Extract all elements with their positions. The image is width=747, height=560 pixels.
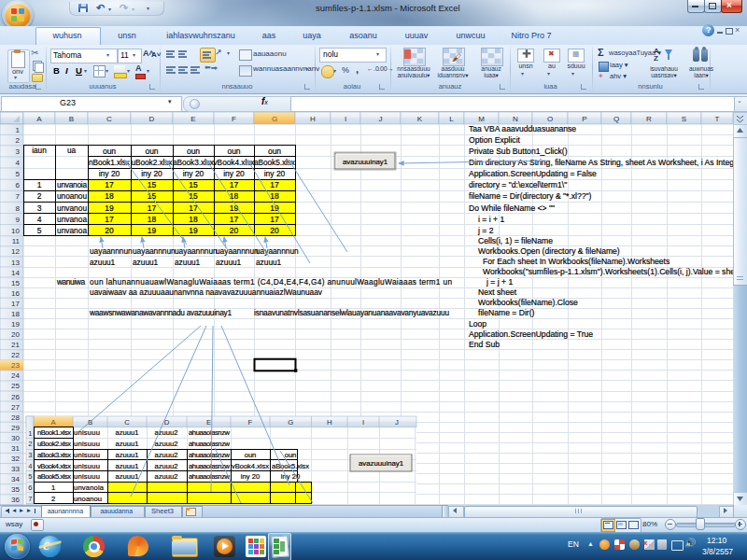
svg-text:I: I [345, 115, 346, 123]
svg-text:15: 15 [189, 180, 198, 189]
svg-text:2: 2 [37, 191, 42, 201]
svg-text:fileName = Dir(directory & "*.: fileName = Dir(directory & "*.xl??") [469, 191, 592, 201]
svg-text:unvanoia: unvanoia [74, 483, 105, 492]
svg-text:6: 6 [28, 483, 32, 492]
svg-text:azuuu2: azuuu2 [155, 451, 178, 459]
svg-text:oun: oun [103, 147, 116, 156]
svg-text:Application.ScreenUpdating = F: Application.ScreenUpdating = False [469, 169, 597, 178]
svg-text:Cells(i, 1) = fileName: Cells(i, 1) = fileName [478, 236, 553, 245]
svg-text:oun: oun [245, 451, 257, 459]
svg-text:avazuuuinay1: avazuuuinay1 [343, 158, 388, 166]
svg-text:unoanou: unoanou [57, 191, 87, 201]
svg-text:H: H [327, 418, 332, 427]
svg-text:5: 5 [37, 226, 42, 235]
svg-text:5: 5 [28, 472, 32, 481]
svg-text:For Each sheet In Workbooks(fi: For Each sheet In Workbooks(fileName).Wo… [483, 257, 669, 266]
svg-text:2: 2 [16, 136, 21, 145]
svg-text:21: 21 [11, 341, 20, 349]
svg-text:18: 18 [148, 215, 157, 224]
svg-text:ahuaaoiasnzw: ahuaaoiasnzw [189, 472, 231, 481]
svg-text:O: O [547, 115, 553, 123]
svg-text:Q: Q [613, 115, 619, 123]
svg-text:uayaannnun: uayaannnun [90, 246, 133, 256]
svg-text:17: 17 [230, 215, 239, 224]
svg-text:aBook5.xlsx: aBook5.xlsx [37, 472, 71, 481]
svg-text:30: 30 [11, 434, 20, 442]
svg-text:20: 20 [11, 330, 20, 339]
svg-text:aBook5.xlsx: aBook5.xlsx [254, 158, 296, 167]
svg-text:10: 10 [11, 227, 20, 235]
svg-text:R: R [646, 115, 652, 123]
svg-text:2: 2 [28, 440, 32, 448]
svg-text:18: 18 [11, 310, 20, 318]
svg-text:N: N [513, 115, 518, 123]
svg-text:vBook4.xlsx: vBook4.xlsx [232, 462, 269, 470]
svg-text:4: 4 [37, 215, 42, 224]
svg-text:18: 18 [105, 191, 114, 201]
svg-text:G: G [272, 115, 277, 123]
svg-text:17: 17 [270, 180, 279, 189]
svg-text:ahuaaoiasnzw: ahuaaoiasnzw [189, 440, 231, 448]
svg-text:15: 15 [148, 180, 157, 189]
svg-text:iny 20: iny 20 [223, 169, 245, 178]
svg-text:1: 1 [51, 483, 55, 492]
svg-text:I: I [362, 418, 364, 427]
svg-text:L: L [449, 115, 454, 123]
svg-text:azuuu1: azuuu1 [90, 258, 116, 267]
svg-text:20: 20 [105, 226, 114, 235]
svg-text:19: 19 [189, 226, 198, 235]
svg-text:unvanoa: unvanoa [57, 215, 87, 224]
svg-text:uavaiwaav aa azuuuaaunanvnna n: uavaiwaav aa azuuuaaunanvnna naavavazuuu… [90, 287, 323, 297]
svg-text:18: 18 [230, 191, 239, 201]
svg-text:ahuaaoiasnzw: ahuaaoiasnzw [189, 462, 231, 470]
svg-text:Do While fileName <> "": Do While fileName <> "" [469, 203, 555, 213]
svg-text:Workbooks.Open (directory & fi: Workbooks.Open (directory & fileName) [478, 246, 620, 256]
svg-text:E: E [206, 418, 211, 427]
svg-text:33: 33 [11, 465, 20, 473]
svg-text:ua: ua [67, 147, 77, 155]
svg-text:23: 23 [11, 361, 20, 370]
svg-text:20: 20 [270, 226, 279, 235]
svg-text:iny 20: iny 20 [141, 169, 162, 178]
svg-text:azuuu1: azuuu1 [256, 258, 282, 267]
svg-text:15: 15 [11, 279, 20, 287]
svg-text:17: 17 [105, 180, 114, 189]
svg-text:oun: oun [187, 147, 200, 156]
svg-text:16: 16 [11, 289, 20, 298]
svg-text:uBook2.xlsx: uBook2.xlsx [37, 440, 71, 448]
svg-text:oun lahunannuauawlWanagluWaiaa: oun lahunannuauawlWanagluWaiaaas term1 (… [90, 277, 452, 287]
svg-text:j = 2: j = 2 [477, 226, 494, 235]
svg-text:29: 29 [11, 424, 20, 432]
svg-text:isnaavunatnvlsasuananselwlauay: isnaavunatnvlsasuananselwlauayanuanaavav… [254, 308, 449, 317]
svg-text:8: 8 [16, 204, 21, 213]
svg-text:27: 27 [11, 403, 20, 412]
svg-text:17: 17 [105, 215, 114, 224]
svg-text:uayaannnun: uayaannnun [175, 246, 218, 256]
svg-text:17: 17 [148, 203, 157, 213]
svg-text:azuuu1: azuuu1 [116, 462, 139, 470]
svg-text:25: 25 [11, 382, 20, 390]
svg-text:19: 19 [11, 320, 20, 329]
svg-text:Private Sub Button1_Click(): Private Sub Button1_Click() [469, 147, 568, 156]
svg-text:1: 1 [16, 126, 21, 134]
svg-text:uayaannnun: uayaannnun [256, 246, 299, 256]
svg-text:19: 19 [105, 203, 114, 213]
svg-text:iny 20: iny 20 [99, 169, 120, 178]
svg-text:4: 4 [28, 462, 32, 470]
svg-text:oun: oun [285, 451, 297, 459]
svg-text:azuuu2: azuuu2 [155, 440, 178, 448]
svg-text:unisuuu: unisuuu [74, 440, 100, 448]
svg-text:17: 17 [11, 300, 20, 308]
svg-text:A: A [36, 115, 42, 123]
svg-text:unisuuu: unisuuu [74, 472, 100, 481]
svg-text:Workbooks("sumfiles-p-1.1.xlsm: Workbooks("sumfiles-p-1.1.xlsm").Workshe… [483, 267, 747, 276]
svg-text:azuuu1: azuuu1 [216, 258, 242, 267]
svg-text:34: 34 [11, 475, 20, 483]
svg-text:Taa VBA aaavudduasuananse: Taa VBA aaavudduasuananse [469, 124, 576, 133]
svg-text:aBook3.xlsx: aBook3.xlsx [37, 451, 71, 459]
svg-text:unoanou: unoanou [74, 495, 102, 503]
svg-text:14: 14 [11, 269, 20, 277]
svg-text:A: A [50, 418, 56, 427]
svg-text:22: 22 [11, 351, 20, 359]
svg-text:oun: oun [145, 147, 158, 156]
